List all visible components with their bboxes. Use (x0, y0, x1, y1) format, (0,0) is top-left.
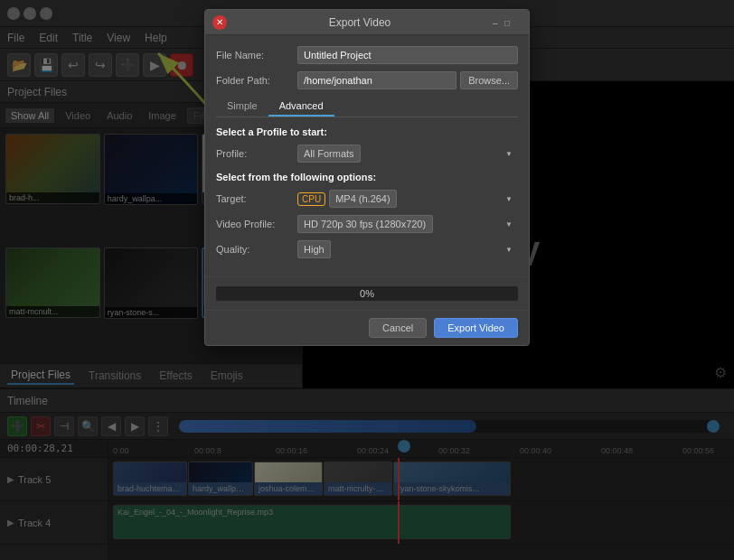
browse-button[interactable]: Browse... (460, 71, 518, 89)
quality-label: Quality: (216, 244, 297, 255)
quality-select-wrapper: High (297, 240, 518, 258)
quality-row: Quality: High (216, 240, 518, 258)
folder-path-input-group: Browse... (297, 71, 518, 89)
dialog-close-button[interactable]: ✕ (212, 15, 227, 30)
section1-title: Select a Profile to start: (216, 126, 518, 137)
target-value-group: CPU MP4 (h.264) (297, 190, 518, 208)
tab-advanced[interactable]: Advanced (268, 97, 334, 117)
profile-label: Profile: (216, 148, 297, 159)
file-name-input[interactable] (297, 46, 518, 64)
profile-select[interactable]: All Formats (297, 145, 361, 163)
tab-simple[interactable]: Simple (216, 97, 268, 117)
cancel-button[interactable]: Cancel (369, 318, 427, 338)
dialog-tabs: Simple Advanced (216, 97, 518, 117)
dialog-title: Export Video (227, 16, 493, 29)
target-row: Target: CPU MP4 (h.264) (216, 190, 518, 208)
cpu-badge: CPU (297, 192, 325, 206)
video-profile-select[interactable]: HD 720p 30 fps (1280x720) (297, 215, 433, 233)
target-label: Target: (216, 193, 297, 204)
dialog-titlebar: ✕ Export Video – □ (205, 10, 529, 35)
dialog-minimize-icon[interactable]: – (493, 18, 498, 28)
target-select-wrapper: MP4 (h.264) (329, 190, 518, 208)
folder-path-input[interactable] (297, 71, 456, 89)
app-window: * Untitled Proj File Edit Title View Hel… (0, 0, 734, 560)
folder-path-label: Folder Path: (216, 75, 297, 86)
folder-path-row: Folder Path: Browse... (216, 71, 518, 89)
progress-text: 0% (360, 288, 374, 299)
video-profile-select-wrapper: HD 720p 30 fps (1280x720) (297, 215, 518, 233)
progress-bar: 0% (216, 286, 518, 301)
dialog-footer: Cancel Export Video (205, 310, 529, 345)
dialog-body: File Name: Folder Path: Browse... Simple… (205, 35, 529, 276)
section2-title: Select from the following options: (216, 172, 518, 182)
dialog-title-spacer: – □ (493, 16, 522, 29)
profile-row: Profile: All Formats (216, 145, 518, 163)
quality-select[interactable]: High (297, 240, 331, 258)
video-profile-row: Video Profile: HD 720p 30 fps (1280x720) (216, 215, 518, 233)
file-name-label: File Name: (216, 50, 297, 61)
file-name-row: File Name: (216, 46, 518, 64)
export-button[interactable]: Export Video (434, 318, 518, 338)
dialog-maximize-icon[interactable]: □ (504, 18, 510, 28)
dialog-overlay: ✕ Export Video – □ File Name: Folder Pat… (0, 0, 734, 560)
progress-section: 0% (205, 276, 529, 310)
export-dialog: ✕ Export Video – □ File Name: Folder Pat… (204, 9, 530, 346)
target-select[interactable]: MP4 (h.264) (329, 190, 397, 208)
video-profile-label: Video Profile: (216, 219, 297, 229)
profile-select-wrapper: All Formats (297, 145, 518, 163)
